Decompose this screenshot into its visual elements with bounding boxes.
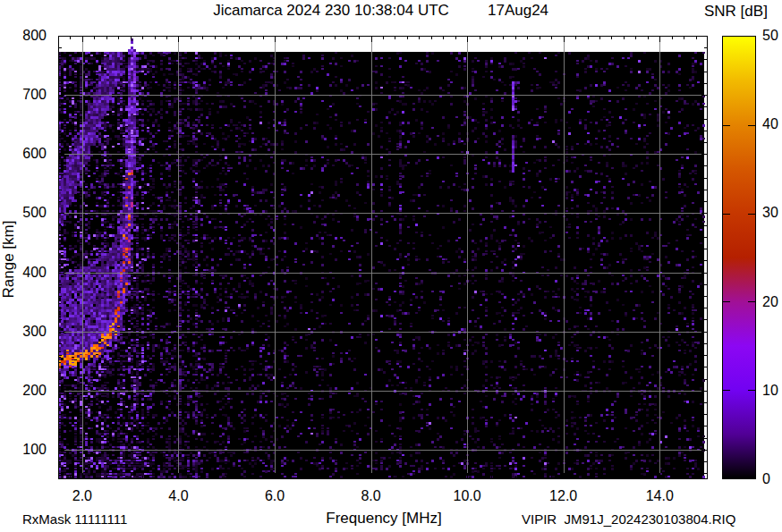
- snr-colorbar: [722, 36, 756, 479]
- x-tick-label: 6.0: [265, 488, 285, 504]
- x-tick-label: 4.0: [168, 488, 188, 504]
- colorbar-tick: [723, 125, 730, 126]
- colorbar-tick: [748, 214, 755, 215]
- x-tick-label: 8.0: [361, 488, 380, 504]
- colorbar-tick-label: 20: [762, 294, 778, 310]
- colorbar-tick: [723, 301, 730, 302]
- y-axis-title: Range [km]: [0, 206, 18, 313]
- colorbar-tick-label: 30: [762, 205, 778, 221]
- colorbar-tick-label: 40: [762, 116, 778, 132]
- y-tick-label: 700: [0, 87, 47, 103]
- colorbar-tick: [748, 125, 755, 126]
- ionogram-heatmap-canvas: [58, 36, 708, 479]
- x-axis-title: Frequency [MHz]: [326, 510, 441, 528]
- colorbar-tick: [748, 390, 755, 391]
- y-tick-label: 200: [0, 383, 47, 399]
- y-tick-label: 600: [0, 146, 47, 162]
- ionogram-figure: Jicamarca 2024 230 10:38:04 UTC 17Aug24 …: [0, 0, 782, 532]
- x-tick-label: 12.0: [549, 488, 577, 504]
- colorbar-tick-label: 0: [762, 471, 770, 487]
- x-tick-label: 10.0: [454, 488, 481, 504]
- y-tick-label: 100: [0, 442, 47, 458]
- y-tick-label: 300: [0, 324, 47, 340]
- colorbar-tick: [748, 301, 755, 302]
- colorbar-title: SNR [dB]: [704, 3, 768, 21]
- x-tick-label: 14.0: [646, 488, 674, 504]
- file-name-label: VIPIR JM91J_2024230103804.RIQ: [522, 511, 735, 527]
- x-tick-label: 2.0: [72, 488, 92, 504]
- plot-date-label: 17Aug24: [488, 2, 548, 20]
- colorbar-tick-label: 50: [762, 28, 778, 44]
- y-tick-label: 800: [0, 28, 47, 44]
- colorbar-tick: [723, 390, 730, 391]
- rxmask-label: RxMask 11111111: [22, 511, 127, 527]
- plot-title: Jicamarca 2024 230 10:38:04 UTC: [213, 2, 449, 20]
- colorbar-tick: [723, 214, 730, 215]
- colorbar-tick-label: 10: [762, 383, 778, 399]
